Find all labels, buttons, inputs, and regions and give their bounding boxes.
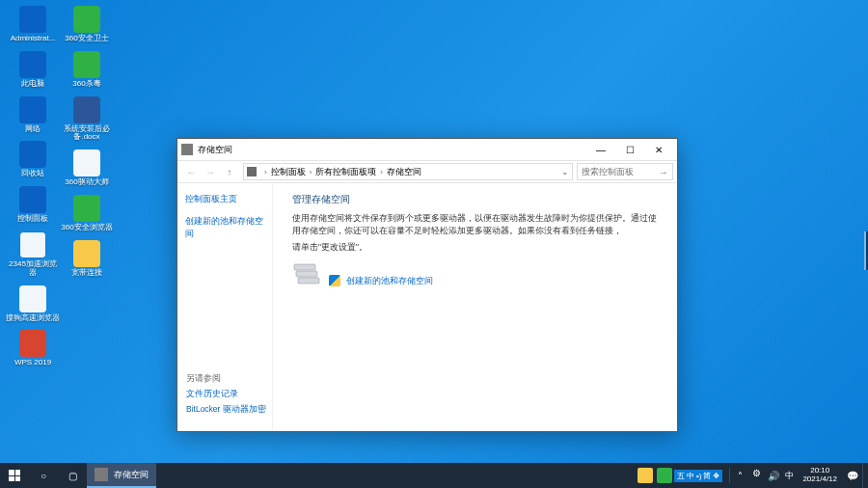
main-description-2: 请单击"更改设置"。 bbox=[292, 241, 658, 254]
notification-icon[interactable]: 💬 bbox=[843, 463, 862, 488]
tray-up-icon[interactable]: ˄ bbox=[733, 463, 746, 488]
tray-lang-icon[interactable]: 中 bbox=[781, 463, 797, 488]
svg-rect-1 bbox=[296, 271, 317, 277]
app-icon bbox=[73, 96, 100, 123]
crumb-1[interactable]: 控制面板 bbox=[271, 166, 306, 178]
icon-label: WPS 2019 bbox=[6, 359, 60, 367]
app-icon bbox=[19, 231, 46, 258]
icon-label: 系统安装后必备.docx bbox=[60, 125, 114, 143]
see-also-header: 另请参阅 bbox=[186, 373, 266, 385]
icon-label: 360安全浏览器 bbox=[60, 224, 114, 232]
window-title: 存储空间 bbox=[198, 144, 586, 156]
app-icon bbox=[73, 149, 100, 176]
icon-label: 360杀毒 bbox=[60, 80, 114, 89]
desktop-icon[interactable]: Administrat... bbox=[6, 6, 60, 43]
desktop: Administrat...此电脑网络回收站控制面板2345加速浏览器搜狗高速浏… bbox=[6, 6, 114, 375]
desktop-icon[interactable]: 系统安装后必备.docx bbox=[60, 96, 114, 143]
icon-label: 控制面板 bbox=[6, 215, 60, 224]
app-icon bbox=[19, 186, 46, 213]
taskbar-storage-task[interactable]: 存储空间 bbox=[87, 463, 156, 488]
svg-rect-2 bbox=[298, 278, 319, 284]
ime-bar[interactable]: 五中•)简❖ bbox=[674, 470, 722, 482]
icon-label: 宽带连接 bbox=[60, 269, 114, 278]
navbar: ← → ↑ › 控制面板 › 所有控制面板项 › 存储空间 ⌄ → bbox=[177, 160, 677, 183]
uac-shield-icon bbox=[329, 275, 340, 286]
sidebar-home-link[interactable]: 控制面板主页 bbox=[185, 193, 264, 205]
app-icon bbox=[19, 6, 46, 33]
task-view-button[interactable]: ▢ bbox=[58, 463, 87, 488]
search-box[interactable]: → bbox=[577, 163, 673, 180]
app-icon bbox=[19, 51, 46, 78]
app-icon bbox=[19, 141, 46, 168]
main-heading: 管理存储空间 bbox=[292, 193, 658, 206]
desktop-icon[interactable]: 360安全浏览器 bbox=[60, 195, 114, 232]
create-pool-link[interactable]: 创建新的池和存储空间 bbox=[346, 275, 433, 287]
up-button[interactable]: ↑ bbox=[220, 162, 239, 181]
system-tray: 五中•)简❖ ˄ ⚙ 🔊 中 20:10 2021/4/12 💬 bbox=[636, 463, 868, 488]
windows-logo-icon bbox=[9, 470, 20, 481]
crumb-2[interactable]: 所有控制面板项 bbox=[315, 166, 376, 178]
sidebar-create-link[interactable]: 创建新的池和存储空间 bbox=[185, 215, 264, 240]
icon-label: 360安全卫士 bbox=[60, 35, 114, 43]
desktop-icon[interactable]: WPS 2019 bbox=[6, 330, 60, 367]
icon-label: 此电脑 bbox=[6, 80, 60, 89]
svg-rect-0 bbox=[294, 264, 315, 270]
window-icon bbox=[181, 144, 193, 155]
titlebar: 存储空间 — ☐ ✕ bbox=[177, 139, 677, 160]
address-icon bbox=[247, 167, 257, 176]
taskbar: ○ ▢ 存储空间 五中•)简❖ ˄ ⚙ 🔊 中 20:10 2021/4/12 … bbox=[0, 463, 868, 488]
forward-button[interactable]: → bbox=[201, 162, 220, 181]
desktop-icon[interactable]: 360杀毒 bbox=[60, 51, 114, 89]
app-icon bbox=[73, 51, 100, 78]
see-also-bitlocker[interactable]: BitLocker 驱动器加密 bbox=[186, 404, 266, 416]
desktop-icon[interactable]: 网络 bbox=[6, 96, 60, 134]
tray-volume-icon[interactable]: 🔊 bbox=[766, 463, 781, 488]
start-button[interactable] bbox=[0, 463, 29, 488]
clock[interactable]: 20:10 2021/4/12 bbox=[797, 467, 843, 484]
search-input[interactable] bbox=[582, 167, 657, 176]
main-description: 使用存储空间将文件保存到两个或更多驱动器，以便在驱动器发生故障时为你提供保护。通… bbox=[292, 212, 658, 237]
storage-spaces-window: 存储空间 — ☐ ✕ ← → ↑ › 控制面板 › 所有控制面板项 › 存储空间… bbox=[176, 138, 678, 432]
minimize-button[interactable]: — bbox=[586, 140, 615, 159]
desktop-icon[interactable]: 360安全卫士 bbox=[60, 6, 114, 43]
tray-icon-2[interactable] bbox=[657, 468, 672, 483]
app-icon bbox=[19, 285, 46, 312]
crumb-3[interactable]: 存储空间 bbox=[387, 166, 421, 178]
desktop-icon[interactable]: 2345加速浏览器 bbox=[6, 231, 60, 278]
icon-label: 360驱动大师 bbox=[60, 178, 114, 187]
desktop-icon[interactable]: 搜狗高速浏览器 bbox=[6, 285, 60, 323]
desktop-icon[interactable]: 360驱动大师 bbox=[60, 149, 114, 187]
maximize-button[interactable]: ☐ bbox=[615, 140, 644, 159]
desktop-icon[interactable]: 回收站 bbox=[6, 141, 60, 178]
tray-network-icon[interactable]: ⚙ bbox=[748, 468, 764, 483]
edge-tab[interactable] bbox=[864, 231, 868, 270]
task-icon bbox=[95, 468, 108, 481]
app-icon bbox=[73, 195, 100, 222]
address-bar[interactable]: › 控制面板 › 所有控制面板项 › 存储空间 ⌄ bbox=[243, 163, 573, 180]
icon-label: 2345加速浏览器 bbox=[6, 260, 60, 278]
drives-icon bbox=[292, 262, 321, 287]
app-icon bbox=[73, 240, 100, 267]
back-button[interactable]: ← bbox=[181, 162, 201, 181]
create-pool-action[interactable]: 创建新的池和存储空间 bbox=[329, 275, 433, 287]
search-button[interactable]: ○ bbox=[29, 463, 58, 488]
address-dropdown-icon[interactable]: ⌄ bbox=[561, 167, 569, 176]
icon-label: 搜狗高速浏览器 bbox=[6, 314, 60, 323]
desktop-icon[interactable]: 此电脑 bbox=[6, 51, 60, 89]
search-icon[interactable]: → bbox=[659, 167, 668, 177]
desktop-icon[interactable]: 宽带连接 bbox=[60, 240, 114, 278]
see-also-filehistory[interactable]: 文件历史记录 bbox=[186, 389, 266, 400]
icon-label: Administrat... bbox=[6, 35, 60, 43]
task-label: 存储空间 bbox=[114, 469, 149, 481]
app-icon bbox=[73, 6, 100, 33]
icon-label: 网络 bbox=[6, 125, 60, 134]
close-button[interactable]: ✕ bbox=[644, 140, 673, 159]
desktop-icon[interactable]: 控制面板 bbox=[6, 186, 60, 224]
icon-label: 回收站 bbox=[6, 170, 60, 178]
show-desktop-button[interactable] bbox=[862, 463, 866, 488]
main-panel: 管理存储空间 使用存储空间将文件保存到两个或更多驱动器，以便在驱动器发生故障时为… bbox=[272, 183, 677, 431]
see-also: 另请参阅 文件历史记录 BitLocker 驱动器加密 bbox=[186, 373, 266, 420]
app-icon bbox=[19, 96, 46, 123]
app-icon bbox=[19, 330, 46, 357]
tray-icon-1[interactable] bbox=[637, 468, 653, 483]
